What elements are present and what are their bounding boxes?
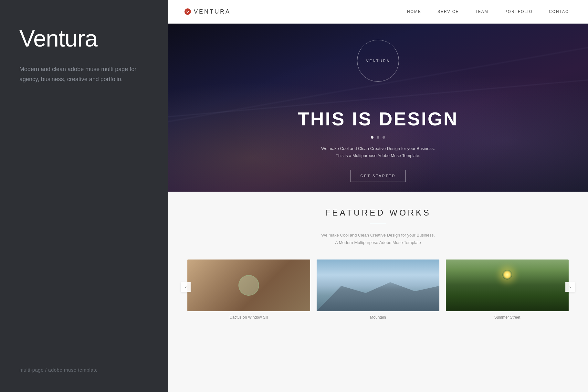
hero-subtitle: We make Cool and Clean Creative Design f… <box>168 145 588 159</box>
portfolio-image-2[interactable] <box>317 260 439 311</box>
portfolio-item-1: Cactus on Window Sill <box>187 260 310 320</box>
product-tag: multi-page / adobe muse template <box>19 367 98 373</box>
nav-portfolio[interactable]: PORTFOLIO <box>505 9 533 14</box>
hero-dot-3[interactable] <box>383 136 385 139</box>
hero-title: THIS IS DESIGN <box>168 108 588 130</box>
featured-subtitle: We make Cool and Clean Creative Design f… <box>187 231 569 247</box>
hero-circle: VENTURA <box>357 40 399 82</box>
portfolio-grid: ‹ Cactus on Window Sill Mountain Summer … <box>187 260 569 320</box>
nav-links: HOME SERVICE TEAM PORTFOLIO CONTACT <box>407 9 572 14</box>
portfolio-image-3[interactable] <box>446 260 569 311</box>
portfolio-next-button[interactable]: › <box>565 282 575 292</box>
portfolio-image-1[interactable] <box>187 260 310 311</box>
nav-contact[interactable]: CONTACT <box>549 9 572 14</box>
portfolio-item-3: Summer Street <box>446 260 569 320</box>
navigation: VENTURA HOME SERVICE TEAM PORTFOLIO CONT… <box>168 0 588 24</box>
hero-dots <box>168 136 588 139</box>
hero-section: VENTURA THIS IS DESIGN We make Cool and … <box>168 24 588 192</box>
product-title: Ventura <box>19 26 149 51</box>
logo-text: VENTURA <box>194 8 231 15</box>
nav-service[interactable]: SERVICE <box>437 9 459 14</box>
nav-team[interactable]: TEAM <box>475 9 488 14</box>
logo-icon <box>184 8 191 15</box>
left-panel: Ventura Modern and clean adobe muse mult… <box>0 0 168 392</box>
portfolio-item-2: Mountain <box>317 260 439 320</box>
hero-content: THIS IS DESIGN We make Cool and Clean Cr… <box>168 108 588 159</box>
hero-dot-2[interactable] <box>377 136 379 139</box>
right-panel: VENTURA HOME SERVICE TEAM PORTFOLIO CONT… <box>168 0 588 392</box>
street-image <box>446 260 569 311</box>
portfolio-label-3: Summer Street <box>446 315 569 320</box>
portfolio-label-2: Mountain <box>317 315 439 320</box>
portfolio-label-1: Cactus on Window Sill <box>187 315 310 320</box>
nav-home[interactable]: HOME <box>407 9 421 14</box>
featured-section: FEATURED WORKS We make Cool and Clean Cr… <box>168 192 588 392</box>
portfolio-prev-button[interactable]: ‹ <box>181 282 191 292</box>
logo[interactable]: VENTURA <box>184 8 407 15</box>
product-description: Modern and clean adobe muse multi page f… <box>19 64 142 84</box>
get-started-button[interactable]: GET STARTED <box>351 170 406 182</box>
featured-divider <box>370 223 386 223</box>
mountain-image <box>317 260 439 311</box>
svg-point-0 <box>184 8 191 15</box>
hero-circle-text: VENTURA <box>366 59 390 63</box>
hero-dot-1[interactable] <box>371 136 373 139</box>
featured-title: FEATURED WORKS <box>187 208 569 218</box>
cactus-image <box>187 260 310 311</box>
